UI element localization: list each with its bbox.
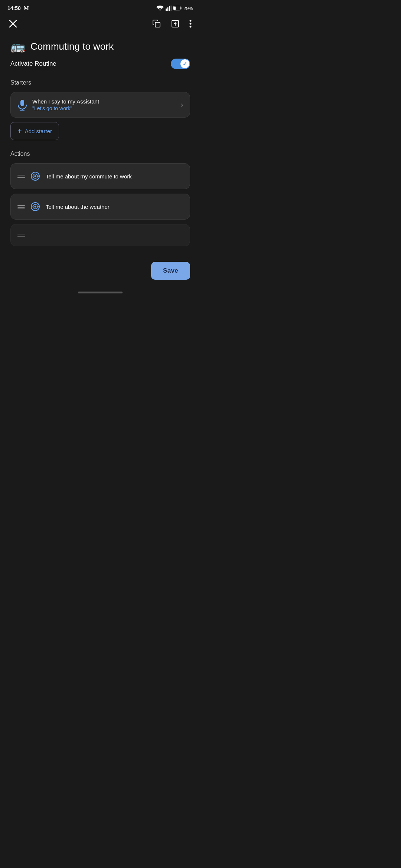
assistant-speak-icon-2 [30, 201, 40, 212]
action-text-1: Tell me about my commute to work [46, 173, 183, 180]
page-title: Commuting to work [30, 41, 114, 52]
battery-icon [173, 6, 182, 10]
copy-icon [152, 19, 161, 28]
more-icon [189, 20, 192, 28]
status-time: 14:50 [7, 5, 21, 11]
home-bar [78, 292, 123, 293]
routine-icon: 🚌 [10, 39, 25, 53]
more-options-button[interactable] [188, 18, 193, 29]
svg-point-20 [35, 175, 36, 177]
microphone-icon [17, 99, 27, 111]
svg-point-23 [35, 206, 36, 208]
starters-header: Starters [10, 79, 190, 86]
svg-rect-9 [155, 22, 160, 27]
drag-line [17, 236, 25, 237]
svg-rect-2 [169, 6, 170, 11]
starter-card-text: When I say to my Assistant "Let's go to … [32, 98, 176, 111]
action-card-2[interactable]: Tell me about the weather [10, 194, 190, 220]
add-starter-button[interactable]: + Add starter [10, 122, 59, 140]
svg-point-14 [190, 26, 192, 28]
drag-line [17, 205, 25, 206]
actions-header: Actions [10, 151, 190, 157]
export-button[interactable] [169, 18, 181, 30]
save-button[interactable]: Save [151, 262, 190, 280]
activate-label: Activate Routine [10, 60, 56, 68]
gmail-icon: M [24, 5, 29, 11]
battery-percent: 29% [183, 6, 193, 11]
home-indicator [0, 287, 200, 296]
drag-line [17, 175, 25, 176]
action-text-2: Tell me about the weather [46, 204, 183, 210]
starter-card[interactable]: When I say to my Assistant "Let's go to … [10, 92, 190, 118]
svg-rect-0 [166, 9, 167, 11]
status-time-area: 14:50 M [7, 5, 29, 11]
actions-section: Actions Tell me about my commute to work [10, 151, 190, 246]
status-bar: 14:50 M 29% [0, 0, 200, 15]
save-container: Save [0, 258, 200, 287]
starters-section: Starters When I say to my Assistant "Let… [10, 79, 190, 140]
drag-handle-1[interactable] [17, 175, 25, 178]
drag-handle-3[interactable] [17, 234, 25, 237]
toggle-thumb: ✓ [180, 59, 189, 68]
toggle-checkmark: ✓ [183, 61, 187, 67]
export-icon [171, 19, 180, 28]
drag-line [17, 177, 25, 178]
starter-sub-text: "Let's go to work" [32, 105, 176, 111]
svg-rect-3 [170, 6, 172, 11]
svg-point-12 [190, 20, 192, 22]
svg-rect-1 [167, 7, 168, 11]
svg-rect-5 [180, 7, 181, 9]
activate-toggle[interactable]: ✓ [171, 59, 190, 69]
main-content: 🚌 Commuting to work Activate Routine ✓ S… [0, 36, 200, 258]
add-starter-label: Add starter [25, 128, 52, 134]
action-card-1[interactable]: Tell me about my commute to work [10, 163, 190, 189]
wifi-icon [156, 6, 164, 11]
svg-rect-6 [174, 7, 176, 10]
starter-main-text: When I say to my Assistant [32, 98, 176, 105]
svg-point-13 [190, 23, 192, 25]
top-toolbar [0, 15, 200, 36]
drag-line [17, 234, 25, 235]
status-icons: 29% [156, 6, 193, 11]
chevron-right-icon: › [181, 101, 183, 109]
close-button[interactable] [7, 18, 19, 29]
copy-button[interactable] [151, 18, 163, 30]
svg-rect-15 [20, 100, 24, 106]
assistant-speak-icon-1 [30, 171, 40, 181]
drag-line [17, 207, 25, 208]
signal-icon [166, 6, 172, 11]
activate-row: Activate Routine ✓ [10, 59, 190, 69]
action-card-3[interactable] [10, 224, 190, 246]
plus-icon: + [17, 127, 22, 135]
title-row: 🚌 Commuting to work [10, 39, 190, 53]
drag-handle-2[interactable] [17, 205, 25, 208]
